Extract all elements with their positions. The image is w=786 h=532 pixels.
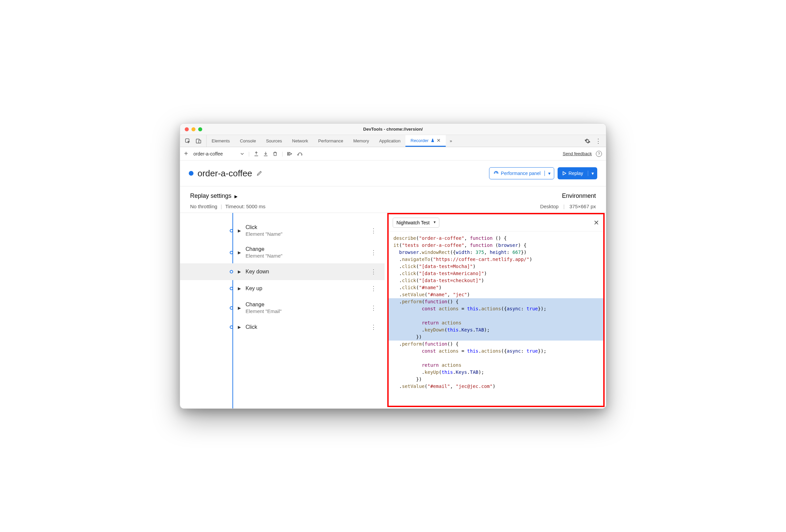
step-subtitle: Element "Name" bbox=[246, 253, 363, 259]
step-subtitle: Element "Name" bbox=[246, 231, 363, 237]
help-icon[interactable]: ? bbox=[596, 151, 602, 157]
code-line: .click("[data-test=Mocha]") bbox=[393, 263, 603, 270]
step-menu-icon[interactable]: ⋮ bbox=[368, 249, 379, 256]
tab-recorder[interactable]: Recorder ✕ bbox=[406, 135, 445, 147]
close-panel-icon[interactable]: ✕ bbox=[594, 218, 599, 227]
export-format-dropdown[interactable]: Nightwatch Test bbox=[393, 218, 439, 228]
tab-console[interactable]: Console bbox=[235, 135, 261, 147]
step-row[interactable]: ▶ClickElement "Name"⋮ bbox=[180, 219, 385, 241]
edit-title-icon[interactable] bbox=[256, 170, 262, 176]
step-row[interactable]: ▶Key down⋮ bbox=[180, 263, 385, 280]
code-body[interactable]: describe("order-a-coffee", function () {… bbox=[389, 231, 603, 406]
step-row[interactable]: ▶ChangeElement "Name"⋮ bbox=[180, 241, 385, 263]
gauge-icon bbox=[493, 170, 499, 176]
throttling-value: No throttling bbox=[190, 204, 217, 209]
code-line: describe("order-a-coffee", function () { bbox=[393, 235, 603, 242]
step-row[interactable]: ▶ChangeElement "Email"⋮ bbox=[180, 297, 385, 319]
kebab-menu-icon[interactable]: ⋮ bbox=[595, 137, 601, 145]
expand-caret-icon[interactable]: ▶ bbox=[238, 306, 241, 310]
step-row[interactable]: ▶Click⋮ bbox=[180, 319, 385, 336]
step-title: Change bbox=[246, 246, 363, 252]
chevron-down-icon[interactable] bbox=[240, 152, 244, 156]
maximize-window-button[interactable] bbox=[198, 127, 202, 131]
step-menu-icon[interactable]: ⋮ bbox=[368, 227, 379, 234]
code-line: .keyUp(this.Keys.TAB); bbox=[393, 369, 603, 376]
tab-application[interactable]: Application bbox=[374, 135, 406, 147]
timeout-value: Timeout: 5000 ms bbox=[225, 204, 266, 209]
expand-caret-icon[interactable]: ▶ bbox=[238, 269, 241, 274]
step-title: Key up bbox=[246, 285, 363, 292]
step-menu-icon[interactable]: ⋮ bbox=[368, 323, 379, 331]
code-line: browser.windowRect({width: 375, height: … bbox=[393, 249, 603, 256]
devtools-window: DevTools - chrome://version/ Elements Co… bbox=[180, 123, 606, 409]
step-menu-icon[interactable]: ⋮ bbox=[368, 268, 379, 275]
step-menu-icon[interactable]: ⋮ bbox=[368, 285, 379, 292]
close-tab-icon[interactable]: ✕ bbox=[437, 138, 441, 143]
flask-icon bbox=[431, 138, 435, 142]
perf-dropdown-caret[interactable]: ▾ bbox=[545, 170, 554, 176]
minimize-window-button[interactable] bbox=[191, 127, 195, 131]
main-area: ▶ClickElement "Name"⋮▶ChangeElement "Nam… bbox=[180, 213, 606, 409]
step-row[interactable]: ▶Key up⋮ bbox=[180, 280, 385, 297]
tab-network[interactable]: Network bbox=[287, 135, 314, 147]
step-menu-icon[interactable]: ⋮ bbox=[368, 304, 379, 312]
recording-name-dropdown[interactable]: order-a-coffee bbox=[192, 151, 236, 157]
step-title: Change bbox=[246, 302, 363, 308]
add-recording-button[interactable]: + bbox=[184, 150, 188, 158]
device-toggle-icon[interactable] bbox=[195, 138, 202, 144]
step-node bbox=[230, 270, 233, 273]
panel-tabbar: Elements Console Sources Network Perform… bbox=[180, 135, 606, 147]
expand-caret-icon[interactable]: ▶ bbox=[238, 286, 241, 291]
step-node bbox=[230, 229, 233, 232]
steps-column: ▶ClickElement "Name"⋮▶ChangeElement "Nam… bbox=[180, 213, 385, 409]
replay-button-label: Replay bbox=[568, 170, 583, 176]
step-over-icon[interactable] bbox=[297, 151, 303, 157]
perf-button-label: Performance panel bbox=[501, 170, 540, 176]
step-node bbox=[230, 325, 233, 329]
inspect-element-icon[interactable] bbox=[185, 138, 191, 144]
recorder-toolbar: + order-a-coffee | | Send feedback ? bbox=[180, 147, 606, 161]
tab-performance[interactable]: Performance bbox=[313, 135, 348, 147]
expand-caret-icon[interactable]: ▶ bbox=[238, 228, 241, 233]
tab-elements[interactable]: Elements bbox=[207, 135, 235, 147]
import-icon[interactable] bbox=[263, 151, 269, 157]
replay-dropdown-caret[interactable]: ▾ bbox=[588, 170, 597, 176]
code-line: .click("[data-test=Americano]") bbox=[393, 270, 603, 277]
tab-sources[interactable]: Sources bbox=[261, 135, 287, 147]
status-dot bbox=[189, 171, 193, 176]
expand-caret-icon[interactable]: ▶ bbox=[238, 325, 241, 329]
settings-icon[interactable] bbox=[584, 138, 591, 144]
replay-button[interactable]: Replay ▾ bbox=[558, 167, 597, 179]
step-play-icon[interactable] bbox=[287, 151, 293, 157]
step-title: Key down bbox=[246, 269, 363, 275]
tab-recorder-label: Recorder bbox=[411, 138, 428, 143]
titlebar: DevTools - chrome://version/ bbox=[180, 123, 606, 135]
expand-caret-icon[interactable]: ▶ bbox=[238, 250, 241, 255]
code-line bbox=[389, 313, 603, 319]
environment-heading: Environment bbox=[562, 192, 596, 200]
window-title: DevTools - chrome://version/ bbox=[180, 126, 606, 132]
recording-header: order-a-coffee Performance panel ▾ Repla… bbox=[180, 161, 606, 186]
code-line: it("tests order-a-coffee", function (bro… bbox=[393, 242, 603, 249]
env-device: Desktop bbox=[540, 204, 559, 209]
send-feedback-link[interactable]: Send feedback bbox=[563, 151, 592, 156]
more-tabs-icon[interactable]: » bbox=[446, 135, 456, 147]
code-line: .setValue("#name", "jec") bbox=[393, 291, 603, 298]
page-title: order-a-coffee bbox=[198, 168, 252, 179]
replay-settings-toggle[interactable]: Replay settings ▶ bbox=[190, 192, 237, 200]
performance-panel-button[interactable]: Performance panel ▾ bbox=[489, 167, 554, 179]
close-window-button[interactable] bbox=[185, 127, 189, 131]
code-line: }) bbox=[389, 333, 603, 341]
traffic-lights bbox=[185, 127, 202, 131]
svg-point-4 bbox=[298, 154, 298, 155]
delete-icon[interactable] bbox=[272, 151, 278, 157]
tab-memory[interactable]: Memory bbox=[348, 135, 374, 147]
step-node bbox=[230, 287, 233, 290]
export-icon[interactable] bbox=[254, 151, 259, 157]
step-subtitle: Element "Email" bbox=[246, 308, 363, 314]
code-export-panel: Nightwatch Test ✕ describe("order-a-coff… bbox=[387, 213, 605, 407]
code-line: return actions bbox=[389, 319, 603, 326]
code-line: }) bbox=[393, 376, 603, 383]
code-line: .keyDown(this.Keys.TAB); bbox=[389, 326, 603, 333]
code-line: .click("[data-test=checkout]") bbox=[393, 277, 603, 284]
